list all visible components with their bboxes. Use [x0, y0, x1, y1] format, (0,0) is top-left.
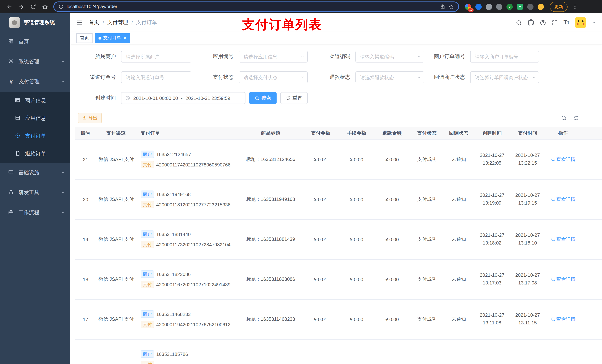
search-icon[interactable] [516, 20, 522, 26]
cell-id: 21 [75, 139, 96, 179]
cell-channel: 微信 JSAPI 支付 [96, 219, 136, 259]
extension-blue-icon[interactable] [475, 3, 482, 10]
chevron-down-icon[interactable] [592, 20, 596, 25]
cell-notify-status: 未通知 [443, 139, 474, 179]
order-table: 编号 支付渠道 支付订单 商品标题 支付金额 手续金额 退款金额 支付状态 回调… [75, 127, 602, 364]
avatar[interactable] [575, 17, 586, 28]
chevron-down-icon [61, 190, 65, 196]
chevron-down-icon [300, 54, 305, 59]
hamburger-icon[interactable] [76, 19, 83, 26]
extension-face-icon[interactable]: ˪˪ [538, 3, 544, 10]
col-channel: 支付渠道 [96, 127, 136, 139]
cell-fee: ¥ 0.00 [340, 179, 374, 219]
view-detail-link[interactable]: 查看详情 [551, 316, 576, 322]
merchant-select[interactable] [121, 51, 191, 62]
view-detail-link[interactable]: 查看详情 [551, 236, 576, 243]
channel-order-no-input[interactable] [121, 71, 191, 83]
site-info-icon[interactable] [58, 4, 64, 9]
date-range-picker[interactable]: 2021-10-01 00:00:00 - 2021-10-31 23:59:5… [121, 92, 246, 104]
sidebar-item-home[interactable]: 首页 [0, 32, 70, 52]
chevron-down-icon [417, 75, 421, 80]
cell-pay-status: 支付成功 [411, 219, 443, 259]
filter-label: 应用编号 [191, 53, 239, 60]
filter-label: 商户订单编号 [424, 53, 470, 60]
cell-notify-status: 未通知 [443, 179, 474, 219]
dashboard-icon [8, 39, 14, 45]
cell-actions: 查看详情 [545, 179, 581, 219]
browser-update-button[interactable]: 更新 [550, 2, 568, 12]
toggle-search-icon[interactable] [561, 115, 567, 121]
tab-pay-order[interactable]: 支付订单 × [95, 33, 130, 43]
cell-order: 商户1635311823086 支付4200001167202110271022… [136, 259, 239, 299]
sidebar: 芋道管理系统 首页 系统管理 ¥ 支付管理 [0, 13, 70, 364]
back-icon[interactable] [4, 1, 15, 12]
active-dot [98, 36, 101, 39]
bookmark-star-icon[interactable] [448, 4, 454, 10]
extension-grey-icon[interactable] [486, 3, 492, 10]
browser-menu-icon[interactable] [572, 4, 578, 10]
search-button[interactable]: 搜索 [249, 92, 277, 104]
pay-status-select[interactable] [239, 71, 308, 83]
sidebar-item-payment[interactable]: ¥ 支付管理 [0, 72, 70, 92]
address-bar[interactable]: localhost:1024/pay/order [53, 1, 459, 12]
cell-pay-time: 2021-10-2713:11:15 [510, 299, 545, 339]
col-fee: 手续金额 [340, 127, 374, 139]
extension-grey2-icon[interactable] [496, 3, 502, 10]
col-amount: 支付金额 [302, 127, 340, 139]
merchant-order-no-input[interactable] [470, 51, 539, 62]
cell-actions: 查看详情 [545, 219, 581, 259]
sidebar-item-merchant-info[interactable]: 商户信息 [0, 92, 70, 110]
cell-fee: ¥ 0.00 [340, 219, 374, 259]
sidebar-item-refund-order[interactable]: 退款订单 [0, 145, 70, 163]
view-detail-link[interactable]: 查看详情 [551, 276, 576, 283]
filter-label: 渠道编码 [308, 53, 355, 60]
date-separator: - [181, 95, 183, 101]
export-button[interactable]: 导出 [78, 113, 102, 123]
view-detail-link[interactable]: 查看详情 [551, 196, 576, 203]
filter-label: 所属商户 [78, 53, 121, 60]
sidebar-item-infra[interactable]: 基础设施 [0, 163, 70, 183]
page-content: 所属商户 应用编号 渠道编码 商户订单编号 [70, 44, 602, 364]
refund-order-icon [15, 151, 20, 157]
cell-notify-status: 未通知 [443, 259, 474, 299]
extension-chat-icon[interactable]: •• [517, 3, 523, 10]
cell-id: 17 [75, 299, 96, 339]
github-icon[interactable] [527, 19, 534, 26]
font-size-icon[interactable]: TT [563, 20, 570, 26]
chevron-up-icon [61, 79, 65, 85]
channel-code-select[interactable] [355, 51, 424, 62]
view-detail-link[interactable]: 查看详情 [551, 156, 576, 163]
pay-order-icon [15, 133, 20, 139]
breadcrumb-payment[interactable]: 支付管理 [107, 19, 128, 26]
app-select[interactable] [239, 51, 308, 62]
notify-status-select[interactable] [470, 71, 539, 83]
reload-icon[interactable] [27, 1, 39, 12]
help-icon[interactable] [540, 20, 546, 26]
extension-green-check-icon[interactable]: v [506, 3, 513, 10]
forward-icon[interactable] [16, 1, 27, 12]
col-filler [581, 127, 602, 139]
extension-multicolor-icon[interactable]: 10 [465, 3, 471, 10]
sidebar-item-pay-order[interactable]: 支付订单 [0, 127, 70, 145]
reset-button[interactable]: 重置 [280, 92, 308, 104]
tab-home[interactable]: 首页 [76, 33, 93, 43]
sidebar-submenu-payment: 商户信息 应用信息 支付订单 退款订单 [0, 92, 70, 163]
cell-order: 商户1635311949168 支付4200001181202110277723… [136, 179, 239, 219]
channel-order-no: 4200001173202110272847982104 [156, 242, 230, 247]
sidebar-item-devtools[interactable]: 研发工具 [0, 183, 70, 203]
refund-status-select[interactable] [355, 71, 424, 83]
chevron-down-icon [61, 210, 65, 216]
fullscreen-icon[interactable] [552, 20, 558, 26]
sidebar-item-app-info[interactable]: 应用信息 [0, 110, 70, 127]
close-icon[interactable]: × [124, 35, 127, 40]
filter-row-3: 创建时间 2021-10-01 00:00:00 - 2021-10-31 23… [78, 92, 602, 104]
refresh-icon[interactable] [573, 115, 579, 121]
sidebar-item-workflow[interactable]: 工作流程 [0, 203, 70, 223]
home-icon[interactable] [39, 1, 50, 12]
logo-image [9, 17, 20, 28]
breadcrumb-home[interactable]: 首页 [89, 19, 99, 26]
extension-dark-icon[interactable] [527, 3, 534, 10]
cell-amount: ¥ 0.01 [302, 259, 340, 299]
sidebar-item-system[interactable]: 系统管理 [0, 52, 70, 72]
share-icon[interactable] [440, 4, 445, 10]
